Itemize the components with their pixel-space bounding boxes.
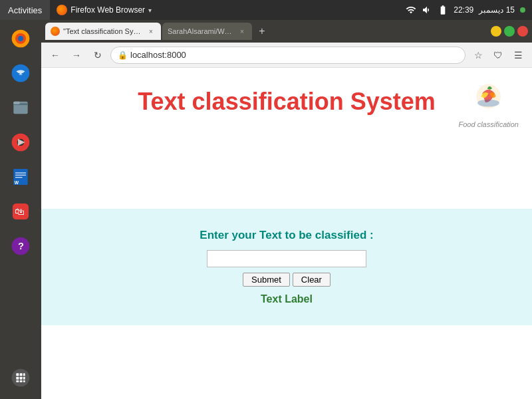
inactive-tab-label: SarahAlsarami/Workshop-2... — [168, 27, 234, 35]
files-icon — [10, 97, 31, 118]
active-tab-close[interactable]: × — [146, 27, 156, 36]
new-tab-symbol: + — [259, 25, 265, 37]
tab-favicon — [51, 27, 60, 36]
active-tab[interactable]: "Text classification System" × — [45, 23, 161, 40]
forward-button[interactable]: → — [68, 47, 85, 64]
text-classification-input[interactable] — [207, 250, 366, 267]
svg-rect-28 — [23, 380, 25, 382]
address-bar: ← → ↻ 🔒 localhost:8000 ☆ 🛡 ☰ — [41, 43, 532, 68]
page-title: Text classification System — [138, 88, 436, 116]
firefox-taskbar-button[interactable]: Firefox Web Browser ▾ — [50, 0, 158, 20]
sidebar-item-writer[interactable]: W — [5, 161, 37, 193]
firefox-icon — [57, 5, 67, 15]
rhythmbox-icon — [10, 132, 31, 153]
minimize-button[interactable]: − — [491, 26, 501, 37]
food-logo — [470, 81, 507, 118]
dropdown-icon: ▾ — [148, 7, 152, 14]
notification-dot — [520, 7, 525, 13]
url-text: localhost:8000 — [130, 50, 186, 60]
svg-point-30 — [477, 100, 499, 107]
thunderbird-icon — [10, 63, 31, 84]
svg-rect-22 — [23, 373, 25, 376]
forward-icon: → — [72, 50, 81, 61]
taskbar-right: 22:39 15 دیسمبر — [406, 5, 532, 15]
volume-icon — [422, 5, 432, 15]
reload-button[interactable]: ↻ — [89, 47, 106, 64]
svg-rect-13 — [15, 177, 23, 178]
svg-text:W: W — [15, 180, 19, 185]
sidebar-item-appstore[interactable]: 🛍 — [5, 196, 37, 227]
activities-label: Activities — [8, 5, 42, 15]
network-icon — [406, 5, 416, 15]
taskbar: Activities Firefox Web Browser ▾ 22:39 1… — [0, 0, 532, 20]
menu-icon[interactable]: ☰ — [509, 47, 527, 64]
url-bar[interactable]: 🔒 localhost:8000 — [110, 47, 466, 64]
svg-rect-12 — [15, 175, 26, 176]
svg-text:?: ? — [18, 241, 24, 251]
browser-label: Firefox Web Browser — [70, 5, 145, 15]
address-bar-icons: ☆ 🛡 ☰ — [469, 47, 527, 64]
svg-rect-21 — [20, 373, 23, 376]
sidebar-item-thunderbird[interactable] — [5, 57, 37, 89]
svg-rect-23 — [16, 377, 19, 380]
svg-point-2 — [18, 36, 23, 41]
grid-icon — [10, 367, 31, 388]
sidebar: W 🛍 ? — [0, 20, 41, 399]
submit-button[interactable]: Submet — [243, 273, 290, 287]
sidebar-item-files[interactable] — [5, 92, 37, 124]
svg-text:🛍: 🛍 — [15, 206, 25, 217]
close-label: × — [521, 28, 525, 35]
logo-text: Food classification — [459, 120, 519, 128]
page-content: Text classification System Food classifi… — [41, 68, 532, 399]
form-section: Enter your Text to be classified : Subme… — [41, 209, 532, 325]
clock: 22:39 — [454, 5, 473, 15]
sidebar-item-firefox[interactable] — [5, 23, 37, 55]
active-tab-label: "Text classification System" — [63, 27, 143, 35]
minimize-label: − — [494, 28, 498, 35]
reload-icon: ↻ — [94, 50, 102, 61]
browser-window: "Text classification System" × SarahAlsa… — [41, 20, 532, 399]
sidebar-item-grid[interactable] — [5, 362, 37, 394]
svg-rect-11 — [15, 172, 26, 173]
svg-rect-25 — [23, 377, 25, 380]
logo-area: Food classification — [459, 81, 519, 128]
date: 15 دیسمبر — [479, 5, 515, 15]
firefox-icon — [10, 28, 31, 49]
svg-rect-24 — [20, 377, 23, 380]
sidebar-item-rhythmbox[interactable] — [5, 126, 37, 158]
shield-icon[interactable]: 🛡 — [489, 47, 507, 64]
activities-button[interactable]: Activities — [0, 0, 50, 20]
back-icon: ← — [51, 50, 60, 61]
maximize-button[interactable]: □ — [504, 26, 515, 37]
window-controls: − □ × — [491, 26, 528, 37]
svg-rect-6 — [13, 102, 19, 104]
tab-bar: "Text classification System" × SarahAlsa… — [41, 20, 532, 43]
inactive-tab[interactable]: SarahAlsarami/Workshop-2... × — [162, 23, 252, 40]
clear-button[interactable]: Clear — [293, 273, 331, 287]
appstore-icon: 🛍 — [10, 201, 31, 222]
svg-rect-26 — [16, 380, 19, 382]
close-button[interactable]: × — [517, 26, 528, 37]
back-button[interactable]: ← — [47, 47, 64, 64]
svg-rect-20 — [16, 373, 19, 376]
maximize-label: □ — [507, 28, 511, 35]
bookmark-icon[interactable]: ☆ — [469, 47, 487, 64]
inactive-tab-close[interactable]: × — [237, 27, 247, 36]
help-icon: ? — [10, 235, 31, 257]
form-label: Enter your Text to be classified : — [200, 229, 373, 242]
sidebar-item-help[interactable]: ? — [5, 230, 37, 262]
svg-rect-27 — [20, 380, 23, 382]
new-tab-button[interactable]: + — [253, 23, 271, 40]
result-label: Text Label — [261, 293, 313, 305]
button-row: Submet Clear — [243, 273, 331, 287]
battery-icon — [438, 5, 448, 15]
writer-icon: W — [10, 166, 31, 188]
